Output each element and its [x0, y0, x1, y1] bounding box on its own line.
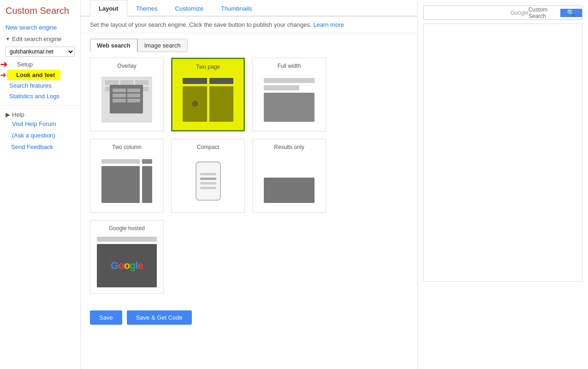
search-engine-dropdown-wrapper: gulshankumar.net — [6, 47, 75, 57]
layout-card-overlay[interactable]: Overlay — [90, 58, 164, 131]
layout-card-compact[interactable]: Compact — [171, 139, 245, 213]
layout-overlay-preview — [95, 73, 159, 126]
layout-card-two-column[interactable]: Two column — [90, 139, 164, 213]
fullwidth-area — [264, 78, 315, 122]
layout-card-full-width[interactable]: Full width — [252, 58, 326, 131]
sidebar-help-section: ▶ Help Visit Help Forum (Ask a question)… — [0, 109, 80, 155]
tab-themes[interactable]: Themes — [127, 0, 166, 17]
sidebar-visit-help-forum[interactable]: Visit Help Forum — [6, 118, 75, 130]
search-engine-select[interactable]: gulshankumar.net — [6, 47, 75, 57]
sidebar-item-look-and-feel[interactable]: Look and feel — [7, 70, 60, 80]
search-google-label: Google — [511, 10, 529, 16]
preview-display-area — [423, 24, 582, 282]
search-custom-label: Custom Search — [529, 6, 560, 19]
layout-twopage-label: Two page — [196, 64, 220, 70]
layout-grid-row-2: Two column — [90, 139, 408, 213]
description-text: Set the layout of your search engine. Cl… — [90, 21, 312, 28]
search-preview-button[interactable]: 🔍 — [560, 9, 582, 17]
tab-customize[interactable]: Customize — [166, 0, 212, 17]
twopage-plus-icon: ⊕ — [191, 99, 198, 109]
layout-googlehosted-label: Google hosted — [109, 225, 145, 232]
bottom-buttons-bar: Save Save & Get Code — [81, 301, 417, 334]
red-arrow-look-icon: ➜ — [0, 71, 6, 79]
sidebar-item-statistics-logs[interactable]: Statistics and Logs — [0, 91, 80, 101]
app-title: Custom Search — [0, 6, 80, 22]
layout-card-google-hosted[interactable]: Google hosted Google — [90, 220, 164, 294]
layout-overlay-label: Overlay — [117, 63, 136, 69]
tab-layout[interactable]: Layout — [90, 0, 127, 17]
layout-compact-preview — [176, 154, 240, 208]
collapse-arrow-icon: ▼ — [6, 36, 10, 42]
layout-fullwidth-preview — [257, 73, 321, 126]
setup-row: ➜ Setup — [0, 59, 80, 70]
image-search-button[interactable]: Image search — [137, 39, 188, 52]
right-panel: Google Custom Search 🔍 — [417, 0, 588, 369]
twocol-area — [101, 159, 152, 203]
sidebar-ask-question[interactable]: (Ask a question) — [6, 130, 75, 141]
layout-grid-row-3: Google hosted Google — [90, 220, 408, 294]
twopage-main-area: ⊕ — [183, 86, 233, 122]
overlay-bg-cell — [105, 80, 119, 85]
layout-googlehosted-preview: Google — [95, 235, 159, 289]
learn-more-link[interactable]: Learn more — [313, 21, 344, 28]
results-area — [264, 159, 315, 203]
google-logo: Google — [111, 260, 143, 272]
search-preview-wrapper: Google Custom Search 🔍 — [423, 6, 582, 20]
search-type-bar: Web search Image search — [81, 33, 417, 58]
main-content: Layout Themes Customize Thumbnails Set t… — [81, 0, 417, 369]
layout-results-label: Results only — [274, 144, 304, 150]
twopage-area: ⊕ — [183, 78, 233, 122]
layout-compact-label: Compact — [197, 144, 219, 150]
sidebar-item-setup[interactable]: Setup — [8, 59, 35, 70]
sidebar-send-feedback[interactable]: Send Feedback — [6, 141, 75, 153]
sidebar-help-toggle[interactable]: ▶ Help — [6, 111, 75, 118]
googlehosted-area: Google — [97, 237, 157, 287]
sidebar-edit-search-engine-toggle[interactable]: ▼ Edit search engine — [0, 33, 80, 45]
save-button[interactable]: Save — [90, 310, 122, 325]
layout-card-results-only[interactable]: Results only — [252, 139, 326, 213]
description-bar: Set the layout of your search engine. Cl… — [81, 17, 417, 33]
google-logo-area: Google — [97, 244, 157, 287]
layout-grid-row-1: Overlay — [90, 58, 408, 131]
layout-card-two-page[interactable]: Two page ⊕ — [171, 58, 245, 131]
tab-bar: Layout Themes Customize Thumbnails — [81, 0, 417, 17]
save-get-code-button[interactable]: Save & Get Code — [127, 310, 192, 325]
layout-twopage-preview: ⊕ — [177, 74, 239, 125]
sidebar-new-search-engine[interactable]: New search engine — [0, 22, 80, 33]
search-preview-icon: 🔍 — [567, 9, 576, 17]
layout-results-preview — [257, 154, 321, 208]
help-arrow-icon: ▶ — [6, 111, 10, 118]
sidebar-item-search-features[interactable]: Search features — [0, 80, 80, 91]
search-preview-input[interactable] — [424, 6, 511, 19]
tab-thumbnails[interactable]: Thumbnails — [212, 0, 261, 17]
preview-canvas — [423, 24, 582, 282]
sidebar: Custom Search New search engine ▼ Edit s… — [0, 0, 81, 369]
sidebar-edit-label: Edit search engine — [12, 36, 62, 42]
overlay-modal — [110, 85, 143, 113]
sidebar-help-label: Help — [12, 111, 24, 118]
twopage-top-bars — [183, 78, 233, 84]
look-and-feel-row: ➜ Look and feel — [0, 70, 80, 80]
layout-twocol-label: Two column — [112, 144, 142, 150]
red-arrow-icon: ➜ — [0, 59, 8, 70]
layout-twocol-preview — [95, 154, 159, 208]
compact-phone — [196, 161, 221, 201]
web-search-button[interactable]: Web search — [90, 39, 137, 52]
layout-fullwidth-label: Full width — [278, 63, 301, 69]
overlay-modal-content — [113, 89, 140, 102]
overlay-preview-area — [101, 77, 152, 123]
